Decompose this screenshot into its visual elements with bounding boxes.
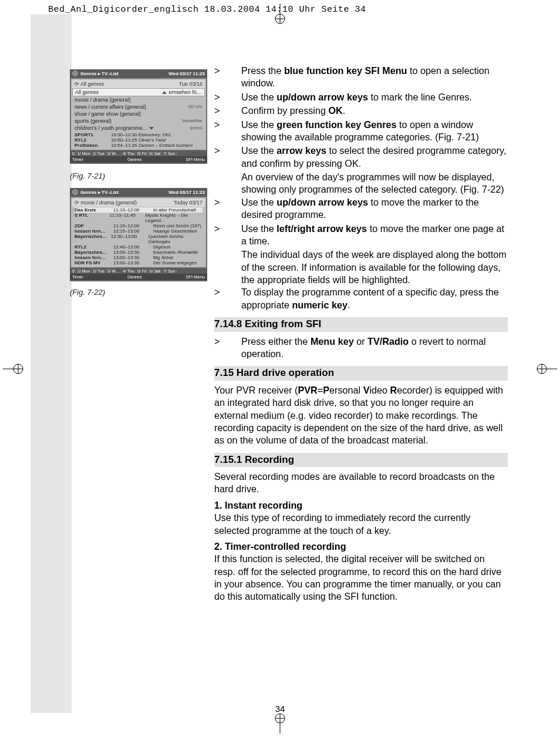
reg-mark-right [536, 363, 557, 375]
section-7-14-8: 7.14.8 Exiting from SFI [214, 317, 508, 331]
reg-mark-left [3, 363, 24, 375]
section-7-15: 7.15 Hard drive operation [214, 366, 508, 380]
page-header: Bed_Anl_Digicorder_englisch 18.03.2004 1… [48, 5, 366, 15]
screenshot-fig-7-21: Genres ▸ TV–List Wed 03/17 11:23 ⟳ All g… [70, 69, 207, 164]
arrow-up-icon [162, 91, 167, 94]
main-content: >Press the blue function key SFI Menu to… [214, 65, 508, 607]
page-number: 34 [0, 704, 560, 714]
reg-mark-top [274, 4, 286, 25]
fig-caption-7-22: (Fig. 7-22) [70, 288, 105, 297]
reg-mark-bottom [274, 713, 286, 734]
sfi-icon [72, 70, 78, 76]
screenshot-fig-7-22: Genres ▸ TV–List Wed 03/17 11:23 ⟳ movie… [70, 188, 207, 281]
fig-caption-7-21: (Fig. 7-21) [70, 172, 105, 180]
sfi-icon [72, 189, 78, 195]
section-7-15-1: 7.15.1 Recording [214, 453, 508, 467]
side-strip [31, 14, 72, 713]
instruction-list: >Press the blue function key SFI Menu to… [214, 65, 508, 170]
